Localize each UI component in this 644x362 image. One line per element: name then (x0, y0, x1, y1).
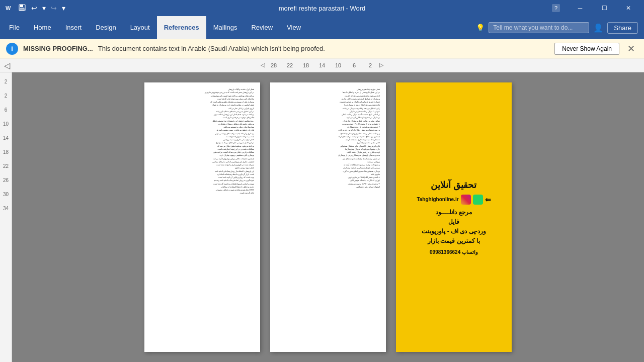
page-1: فصل اول: مقدمه و کلیات پژوهش در این پژوه… (144, 82, 260, 352)
ruler-2: 2 (362, 62, 378, 68)
search-input[interactable] (489, 22, 589, 33)
undo-button[interactable]: ↩ (29, 3, 39, 13)
vruler-34: 34 (0, 201, 12, 215)
ribbon: File Home Insert Design Layout Reference… (0, 16, 644, 39)
tab-home[interactable]: Home (27, 16, 58, 39)
title-bar-controls: ? ─ ☐ ✕ (544, 0, 640, 16)
ad-body: مرجع دانلــــود فایل ورد-پی دی اف - پاور… (422, 208, 486, 246)
vruler-2b: 2 (0, 88, 12, 103)
ad-title: تحقیق آنلاین (431, 179, 476, 191)
instagram-icon (461, 195, 471, 205)
undo-dropdown[interactable]: ▾ (40, 3, 48, 13)
ruler-left-indicator[interactable]: ◁ (4, 60, 10, 70)
restore-button[interactable]: ☐ (593, 0, 616, 16)
lightbulb-icon: 💡 (476, 24, 485, 32)
ad-arrow: ⇐ (485, 196, 491, 204)
tab-review[interactable]: Review (244, 16, 280, 39)
horizontal-ruler: ◁ ◁ 28 22 18 14 10 6 2 ▷ (0, 58, 644, 72)
notification-close-button[interactable]: ✕ (624, 43, 638, 54)
save-button[interactable] (16, 3, 28, 14)
close-button[interactable]: ✕ (617, 0, 640, 16)
window-title: morefi reshte parastari - Word (279, 5, 365, 12)
vruler-26: 26 (0, 173, 12, 187)
page-3-ad: تحقیق آنلاین Tahghighonline.ir ⇐ مرجع دا… (396, 82, 512, 352)
page-1-content: فصل اول: مقدمه و کلیات پژوهش در این پژوه… (150, 88, 254, 195)
tab-file[interactable]: File (2, 16, 27, 39)
ruler-18: 18 (298, 62, 314, 68)
title-bar: W ↩ ▾ ↪ ▾ morefi reshte parastari - Word… (0, 0, 644, 16)
quick-access-dropdown[interactable]: ▾ (60, 3, 67, 13)
svg-text:?: ? (554, 5, 557, 11)
tab-design[interactable]: Design (89, 16, 123, 39)
vruler-10: 10 (0, 117, 12, 131)
vruler-14: 14 (0, 131, 12, 145)
ruler-10: 10 (330, 62, 346, 68)
vruler-30: 30 (0, 187, 12, 201)
tab-mailings[interactable]: Mailings (206, 16, 245, 39)
svg-rect-3 (20, 5, 23, 7)
main-area: 2 2 6 10 14 18 22 26 30 34 فصل اول: مقدم… (0, 72, 644, 362)
svg-text:W: W (6, 5, 11, 11)
tab-insert[interactable]: Insert (58, 16, 89, 39)
page-2: فصل چهارم: یافته‌های پژوهش در این فصل نت… (270, 82, 386, 352)
vruler-2: 2 (0, 74, 12, 88)
vertical-ruler: 2 2 6 10 14 18 22 26 30 34 (0, 72, 12, 362)
document-canvas[interactable]: فصل اول: مقدمه و کلیات پژوهش در این پژوه… (12, 72, 644, 362)
ad-url-text: Tahghighonline.ir (417, 197, 458, 202)
tab-layout[interactable]: Layout (123, 16, 157, 39)
ribbon-search-area: 💡 👤 Share (476, 16, 642, 39)
info-icon: i (6, 43, 18, 55)
people-icon: 👤 (593, 23, 603, 33)
title-bar-left: W ↩ ▾ ↪ ▾ (4, 3, 67, 14)
vruler-18: 18 (0, 145, 12, 159)
svg-rect-5 (21, 8, 24, 10)
undo-area: ↩ ▾ ↪ ▾ (16, 3, 67, 14)
notification-message: This document contains text in Arabic (S… (98, 45, 550, 52)
ruler-6: 6 (346, 62, 362, 68)
whatsapp-icon (473, 195, 483, 205)
help-button[interactable]: ? (544, 0, 568, 16)
tab-view[interactable]: View (280, 16, 308, 39)
word-icon: W (4, 4, 13, 13)
share-button[interactable]: Share (607, 22, 638, 34)
page-2-content: فصل چهارم: یافته‌های پژوهش در این فصل نت… (276, 88, 380, 189)
minimize-button[interactable]: ─ (569, 0, 592, 16)
ad-url: Tahghighonline.ir ⇐ (417, 195, 491, 205)
vruler-22: 22 (0, 159, 12, 173)
redo-button[interactable]: ↪ (49, 3, 59, 13)
ruler-14: 14 (314, 62, 330, 68)
ruler-arrow-right[interactable]: ▷ (378, 62, 384, 69)
ruler-28: 28 (266, 62, 282, 68)
ruler-22: 22 (282, 62, 298, 68)
ruler-arrow-left[interactable]: ◁ (260, 62, 266, 69)
notification-bar: i MISSING PROOFING... This document cont… (0, 39, 644, 58)
notification-title: MISSING PROOFING... (23, 45, 93, 52)
ruler-numbers: ◁ 28 22 18 14 10 6 2 ▷ (260, 62, 384, 69)
vruler-6: 6 (0, 103, 12, 117)
tab-references[interactable]: References (157, 16, 206, 39)
ad-phone: واتساپ 09981366624 (430, 249, 478, 255)
never-show-again-button[interactable]: Never Show Again (554, 43, 619, 55)
